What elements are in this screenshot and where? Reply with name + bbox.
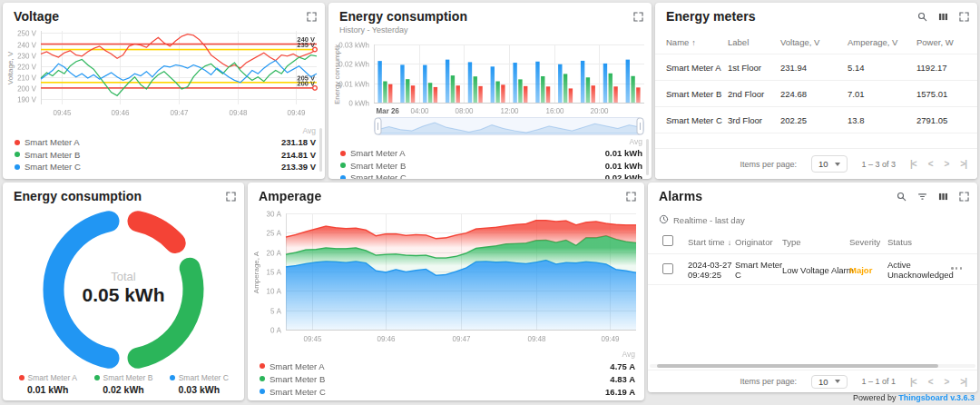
widget-title: Energy consumption [339, 9, 467, 25]
series-color-dot [260, 363, 265, 369]
legend-scrollbar[interactable] [646, 139, 649, 175]
column-header-power[interactable]: Power, W [916, 37, 954, 47]
search-icon[interactable] [896, 191, 907, 202]
pie-slice[interactable] [138, 222, 175, 243]
column-header-start-time[interactable]: Start time↓ [688, 237, 731, 247]
voltage-widget: Voltage Voltage, V Avg Smart Meter A 231… [3, 3, 325, 179]
row-checkbox[interactable] [662, 263, 673, 274]
legend-item[interactable]: Smart Meter A 231.18 V [15, 136, 316, 149]
page-range-label: 1 – 1 of 1 [862, 377, 897, 386]
fullscreen-icon[interactable] [225, 191, 237, 202]
series-color-dot [15, 152, 20, 157]
chevron-down-icon [835, 163, 840, 166]
series-color-dot [340, 175, 346, 179]
fullscreen-icon[interactable] [306, 11, 318, 23]
series-color-dot [260, 376, 265, 381]
dashboard: Voltage Voltage, V Avg Smart Meter A 231… [0, 0, 980, 405]
chevron-down-icon [835, 380, 840, 383]
page-size-select[interactable]: 10 [811, 375, 848, 389]
table-pagination: Items per page: 10 1 – 1 of 1 |< < > >| [648, 370, 977, 392]
legend-item[interactable]: Smart Meter B 4.83 A [260, 372, 635, 385]
legend-item[interactable]: Smart Meter C 0.03 kWh [162, 373, 237, 395]
chart-navigator[interactable] [374, 117, 644, 135]
amperage-widget: Amperage Amperage, A Avg Smart Meter A 4… [248, 183, 644, 400]
sort-desc-icon: ↓ [728, 238, 732, 247]
legend-item[interactable]: Smart Meter A 0.01 kWh [340, 147, 642, 160]
legend-item[interactable]: Smart Meter B 0.02 kWh [85, 373, 161, 395]
severity-badge: Major [849, 265, 872, 275]
horizontal-scrollbar[interactable] [650, 364, 975, 368]
items-per-page-label: Items per page: [740, 377, 797, 386]
page-range-label: 1 – 3 of 3 [862, 160, 897, 169]
table-pagination: Items per page: 10 1 – 3 of 3 |< < > >| [655, 148, 977, 179]
legend-avg-header: Avg [15, 126, 316, 136]
series-color-dot [15, 164, 20, 170]
widget-title: Energy consumption [14, 189, 142, 204]
voltage-chart-canvas [8, 26, 320, 123]
last-page-icon[interactable]: >| [960, 159, 966, 169]
series-color-dot [94, 375, 100, 380]
series-color-dot [15, 140, 20, 145]
next-page-icon[interactable]: > [945, 159, 949, 169]
first-page-icon[interactable]: |< [910, 159, 916, 169]
fullscreen-icon[interactable] [958, 191, 970, 202]
series-color-dot [260, 389, 265, 394]
energy-bars-canvas [332, 37, 648, 119]
column-header-severity[interactable]: Severity [849, 237, 880, 247]
energy-bars-legend: Avg Smart Meter A 0.01 kWh Smart Meter B… [340, 137, 642, 179]
column-header-type[interactable]: Type [782, 237, 801, 247]
fullscreen-icon[interactable] [625, 191, 637, 202]
columns-icon[interactable] [937, 11, 949, 23]
search-icon[interactable] [916, 11, 928, 23]
more-actions-icon[interactable] [951, 267, 962, 270]
energy-meters-widget: Energy meters Name↑ Label Voltage, V Amp… [655, 3, 977, 179]
pie-total-label: Total [42, 270, 205, 283]
legend-item[interactable]: Smart Meter A 0.01 kWh [10, 373, 85, 395]
column-header-label[interactable]: Label [728, 37, 749, 47]
column-header-originator[interactable]: Originator [735, 237, 773, 247]
clock-icon [659, 212, 669, 228]
sort-asc-icon: ↑ [691, 38, 696, 47]
pie-center-text: Total 0.05 kWh [42, 270, 205, 306]
widget-title: Voltage [14, 9, 59, 25]
energy-consumption-pie-widget: Energy consumption Total 0.05 kWh Smart … [3, 183, 244, 400]
series-color-dot [340, 163, 346, 168]
legend-item[interactable]: Smart Meter C 213.39 V [15, 161, 316, 173]
legend-item[interactable]: Smart Meter C 0.02 kWh [340, 172, 642, 179]
series-color-dot [170, 375, 175, 380]
legend-item[interactable]: Smart Meter B 214.81 V [15, 149, 316, 162]
amperage-legend: Avg Smart Meter A 4.75 A Smart Meter B 4… [260, 350, 635, 398]
filter-icon[interactable] [916, 191, 928, 202]
page-size-select[interactable]: 10 [811, 155, 848, 173]
last-page-icon[interactable]: >| [960, 377, 966, 387]
series-color-dot [19, 375, 24, 380]
prev-page-icon[interactable]: < [928, 159, 933, 169]
widget-title: Amperage [259, 189, 321, 204]
first-page-icon[interactable]: |< [910, 377, 916, 387]
items-per-page-label: Items per page: [740, 160, 797, 169]
legend-item[interactable]: Smart Meter C 16.19 A [260, 385, 635, 398]
energy-consumption-bars-widget: Energy consumption History - Yesterday E… [328, 3, 652, 179]
prev-page-icon[interactable]: < [928, 377, 933, 387]
legend-item[interactable]: Smart Meter B 0.01 kWh [340, 160, 642, 173]
column-header-status[interactable]: Status [887, 237, 912, 247]
legend-avg-header: Avg [340, 137, 642, 147]
widget-title: Alarms [659, 189, 702, 204]
series-color-dot [340, 151, 346, 156]
time-window-indicator[interactable]: Realtime - last day [659, 212, 745, 228]
fullscreen-icon[interactable] [632, 11, 644, 23]
fullscreen-icon[interactable] [958, 11, 970, 23]
column-header-amperage[interactable]: Amperage, V [848, 37, 897, 47]
alarms-widget: Alarms Realtime - last day Start time↓ O… [648, 183, 977, 392]
powered-by: Powered by Thingsboard v.3.6.3 [853, 393, 975, 402]
legend-scrollbar[interactable] [319, 128, 322, 172]
columns-icon[interactable] [937, 191, 949, 202]
next-page-icon[interactable]: > [945, 377, 949, 387]
column-header-voltage[interactable]: Voltage, V [780, 37, 819, 47]
thingsboard-version-link[interactable]: Thingsboard v.3.6.3 [898, 393, 975, 402]
widget-subtitle: History - Yesterday [339, 25, 467, 35]
column-header-name[interactable]: Name↑ [666, 37, 696, 47]
legend-item[interactable]: Smart Meter A 4.75 A [260, 360, 635, 372]
voltage-legend: Avg Smart Meter A 231.18 V Smart Meter B… [15, 126, 316, 173]
select-all-checkbox[interactable] [662, 235, 673, 246]
